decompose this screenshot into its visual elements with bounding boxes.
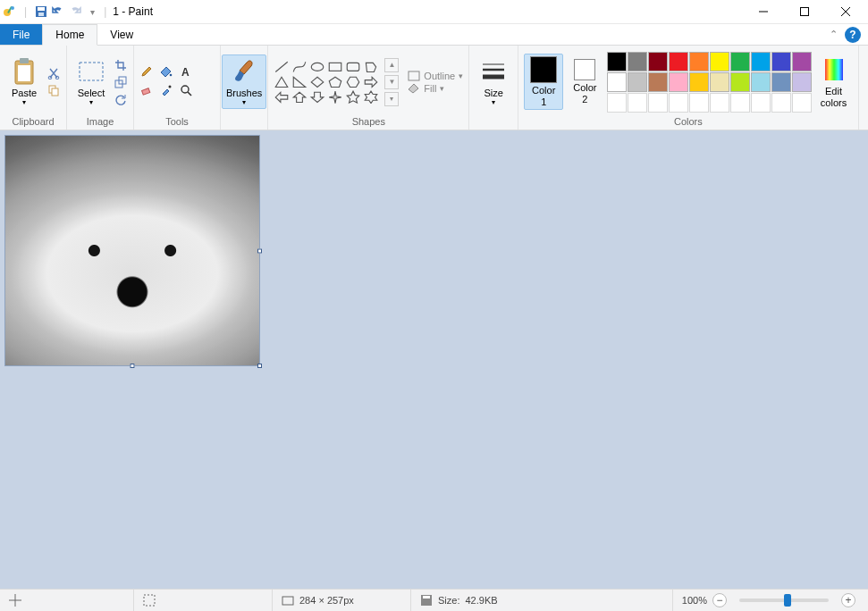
palette-swatch-empty[interactable] (607, 93, 627, 113)
palette-swatch[interactable] (730, 72, 750, 92)
shape-star5[interactable] (345, 90, 361, 105)
shape-triangle[interactable] (274, 75, 290, 89)
clipboard-icon (10, 57, 38, 86)
palette-swatch[interactable] (751, 52, 771, 71)
shape-oval[interactable] (309, 60, 325, 74)
shape-arrow-up[interactable] (291, 90, 308, 105)
cut-button[interactable] (46, 66, 61, 80)
shapes-scroll-down[interactable]: ▼ (384, 75, 399, 89)
palette-swatch[interactable] (669, 72, 688, 92)
tab-file[interactable]: File (0, 24, 42, 45)
brushes-button[interactable]: Brushes ▾ (222, 54, 266, 109)
resize-handle-right[interactable] (257, 248, 262, 253)
undo-button[interactable] (51, 4, 65, 19)
shape-star6[interactable] (363, 90, 379, 105)
palette-swatch[interactable] (648, 72, 668, 92)
select-button[interactable]: Select ▾ (72, 54, 110, 109)
shape-arrow-down[interactable] (309, 90, 325, 105)
palette-swatch[interactable] (710, 52, 729, 71)
magnifier-tool[interactable] (179, 83, 193, 97)
qat-customize[interactable]: ▾ (85, 4, 99, 19)
palette-swatch[interactable] (710, 72, 729, 92)
shapes-scroll-up[interactable]: ▲ (384, 58, 399, 72)
shape-arrow-left[interactable] (274, 90, 290, 105)
palette-swatch[interactable] (689, 72, 709, 92)
minimize-button[interactable] (743, 0, 784, 24)
shapes-gallery[interactable] (274, 60, 379, 105)
shape-right-triangle[interactable] (291, 75, 308, 89)
shape-roundrect[interactable] (345, 60, 361, 74)
color2-label: Color 2 (573, 82, 596, 104)
resize-button[interactable] (114, 75, 128, 89)
shape-line[interactable] (274, 60, 290, 74)
group-label-size (475, 115, 512, 129)
resize-handle-corner[interactable] (257, 364, 262, 368)
crop-button[interactable] (114, 58, 128, 72)
copy-button[interactable] (46, 83, 61, 97)
svg-line-26 (276, 62, 289, 71)
zoom-slider[interactable] (739, 598, 829, 602)
palette-swatch[interactable] (771, 72, 791, 92)
palette-swatch-empty[interactable] (792, 93, 812, 113)
palette-swatch-empty[interactable] (751, 93, 771, 113)
text-tool[interactable]: A (179, 64, 193, 79)
color1-button[interactable]: Color 1 (524, 54, 563, 109)
canvas[interactable] (5, 136, 259, 365)
palette-swatch[interactable] (607, 72, 627, 92)
palette-swatch[interactable] (628, 72, 647, 92)
palette-swatch-empty[interactable] (689, 93, 709, 113)
zoom-out-button[interactable]: − (712, 593, 727, 607)
status-dimensions: 284 × 257px (273, 590, 411, 611)
zoom-thumb[interactable] (784, 594, 791, 607)
fill-button[interactable]: Fill▾ (408, 83, 463, 94)
palette-swatch[interactable] (669, 52, 688, 71)
edit-colors-button[interactable]: Edit colors (815, 53, 853, 110)
palette-swatch-empty[interactable] (730, 93, 750, 113)
shape-hexagon[interactable] (345, 75, 361, 89)
redo-button[interactable] (68, 4, 82, 19)
paste-button[interactable]: Paste ▾ (5, 54, 43, 109)
size-button[interactable]: Size ▾ (475, 54, 512, 109)
palette-swatch-empty[interactable] (771, 93, 791, 113)
palette-swatch[interactable] (648, 52, 668, 71)
palette-swatch[interactable] (751, 72, 771, 92)
close-button[interactable] (825, 0, 866, 24)
shape-diamond[interactable] (309, 75, 325, 89)
pencil-tool[interactable] (139, 64, 154, 79)
tab-view[interactable]: View (97, 24, 146, 45)
fill-tool[interactable] (159, 64, 173, 79)
eraser-tool[interactable] (139, 83, 154, 97)
paint3d-button[interactable]: Edit with Paint 3D (864, 53, 868, 110)
app-icon (3, 4, 17, 19)
shape-polygon[interactable] (363, 60, 379, 74)
collapse-ribbon-button[interactable]: ⌃ (830, 29, 838, 40)
palette-swatch[interactable] (730, 52, 750, 71)
zoom-in-button[interactable]: + (841, 593, 855, 607)
palette-swatch[interactable] (607, 52, 627, 71)
outline-button[interactable]: Outline▾ (408, 71, 463, 81)
shape-rect[interactable] (327, 60, 343, 74)
palette-swatch[interactable] (792, 52, 812, 71)
palette-swatch[interactable] (771, 52, 791, 71)
shape-star4[interactable] (327, 90, 343, 105)
shapes-more[interactable]: ▾ (384, 92, 399, 106)
eyedropper-tool[interactable] (159, 83, 173, 97)
color2-button[interactable]: Color 2 (567, 56, 603, 106)
maximize-button[interactable] (784, 0, 825, 24)
palette-swatch[interactable] (689, 52, 709, 71)
palette-swatch-empty[interactable] (669, 93, 688, 113)
save-button[interactable] (34, 4, 48, 19)
resize-handle-bottom[interactable] (131, 364, 135, 368)
shape-curve[interactable] (291, 60, 308, 74)
palette-swatch[interactable] (792, 72, 812, 92)
palette-swatch-empty[interactable] (628, 93, 647, 113)
tab-home[interactable]: Home (42, 24, 97, 46)
shape-arrow-right[interactable] (363, 75, 379, 89)
palette-swatch[interactable] (628, 52, 647, 71)
help-button[interactable]: ? (845, 27, 861, 43)
shape-pentagon[interactable] (327, 75, 343, 89)
palette-swatch-empty[interactable] (710, 93, 729, 113)
canvas-area[interactable] (0, 130, 868, 589)
palette-swatch-empty[interactable] (648, 93, 668, 113)
rotate-button[interactable] (114, 92, 128, 106)
